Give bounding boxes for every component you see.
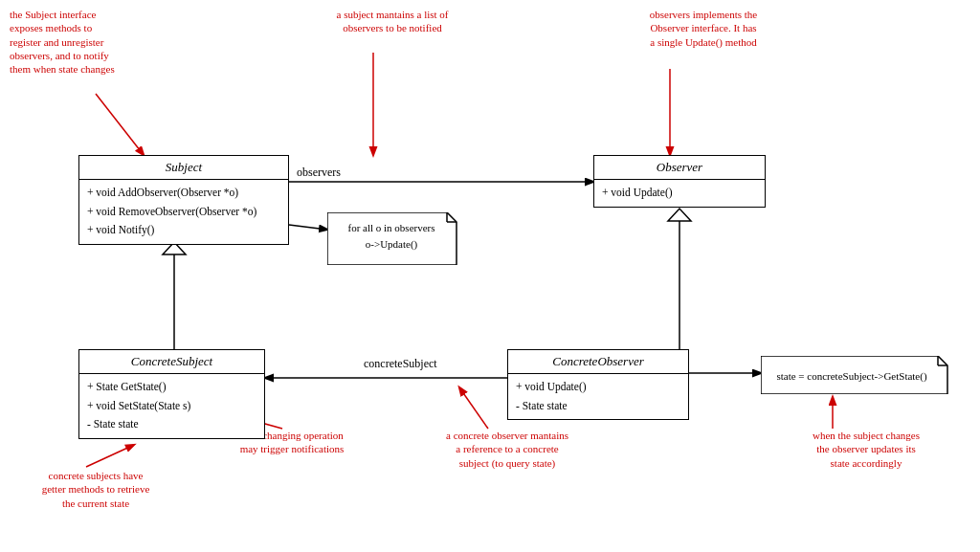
annotation-subject-interface: the Subject interface exposes methods to…: [10, 8, 163, 76]
concrete-subject-label: concreteSubject: [364, 357, 437, 371]
svg-marker-12: [668, 209, 691, 221]
observers-label: observers: [297, 166, 341, 180]
uml-subject-body: + void AddObserver(Observer *o) + void R…: [79, 180, 288, 244]
notify-note: for all o in observers o->Update(): [327, 212, 466, 269]
uml-concrete-subject-title: ConcreteSubject: [79, 350, 264, 374]
svg-text:state = concreteSubject->GetSt: state = concreteSubject->GetState(): [776, 370, 927, 383]
uml-observer-method-1: + void Update(): [602, 184, 757, 203]
uml-cs-method-1: + State GetState(): [87, 378, 256, 397]
uml-subject-method-3: + void Notify(): [87, 221, 280, 240]
uml-cs-method-2: + void SetState(State s): [87, 397, 256, 416]
uml-subject-method-1: + void AddObserver(Observer *o): [87, 184, 280, 203]
svg-line-0: [96, 94, 144, 155]
svg-text:o->Update(): o->Update(): [366, 238, 418, 251]
svg-text:for all o in observers: for all o in observers: [347, 222, 434, 233]
diagram: the Subject interface exposes methods to…: [0, 0, 980, 552]
uml-observer: Observer + void Update(): [593, 155, 766, 208]
uml-co-method-1: + void Update(): [516, 378, 680, 397]
uml-concrete-subject-body: + State GetState() + void SetState(State…: [79, 374, 264, 438]
uml-subject: Subject + void AddObserver(Observer *o) …: [78, 155, 289, 245]
svg-line-3: [86, 445, 134, 467]
notify-note-svg: for all o in observers o->Update(): [327, 212, 466, 265]
uml-observer-title: Observer: [594, 156, 765, 180]
uml-subject-title: Subject: [79, 156, 288, 180]
uml-observer-body: + void Update(): [594, 180, 765, 207]
get-state-note-svg: state = concreteSubject->GetState(): [761, 356, 952, 394]
annotation-concrete-subjects: concrete subjects have getter methods to…: [19, 469, 172, 510]
get-state-note: state = concreteSubject->GetState(): [761, 356, 952, 398]
uml-concrete-observer-body: + void Update() - State state: [508, 374, 688, 419]
svg-line-8: [289, 225, 327, 230]
annotation-concrete-observer-ref: a concrete observer mantains a reference…: [416, 429, 598, 470]
annotation-observer-interface: observers implements the Observer interf…: [608, 8, 799, 49]
uml-cs-method-3: - State state: [87, 415, 256, 434]
uml-concrete-observer: ConcreteObserver + void Update() - State…: [507, 349, 689, 420]
uml-co-method-2: - State state: [516, 397, 680, 416]
uml-concrete-subject: ConcreteSubject + State GetState() + voi…: [78, 349, 265, 439]
annotation-subject-list: a subject mantains a list of observers t…: [297, 8, 488, 35]
annotation-observer-updates: when the subject changes the observer up…: [775, 429, 957, 470]
uml-subject-method-2: + void RemoveObserver(Observer *o): [87, 203, 280, 222]
uml-concrete-observer-title: ConcreteObserver: [508, 350, 688, 374]
svg-line-5: [459, 387, 488, 429]
